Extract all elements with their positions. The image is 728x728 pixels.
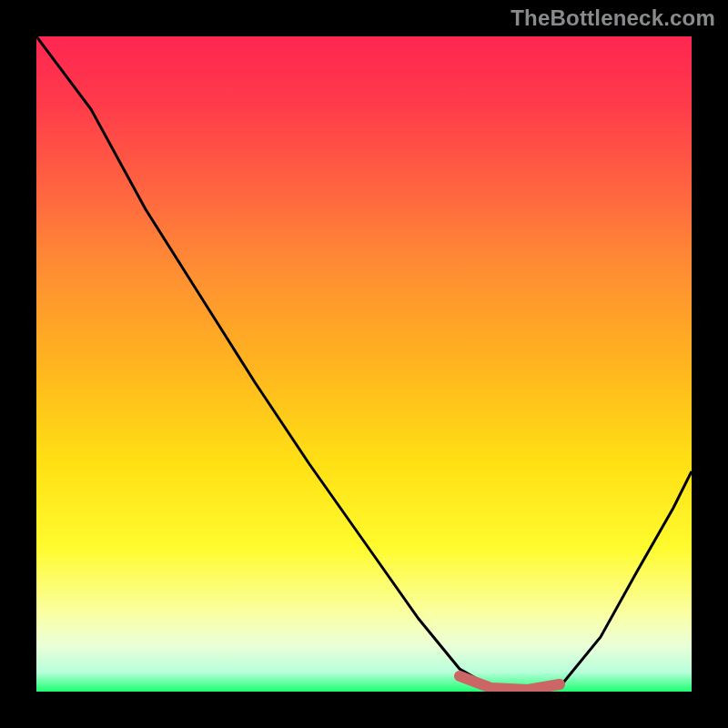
curve-layer bbox=[36, 36, 692, 692]
chart-frame: TheBottleneck.com bbox=[0, 0, 728, 728]
watermark-text: TheBottleneck.com bbox=[511, 5, 715, 31]
plot-area bbox=[36, 36, 692, 692]
bottleneck-curve bbox=[36, 36, 692, 690]
flat-region-highlight bbox=[460, 676, 560, 690]
